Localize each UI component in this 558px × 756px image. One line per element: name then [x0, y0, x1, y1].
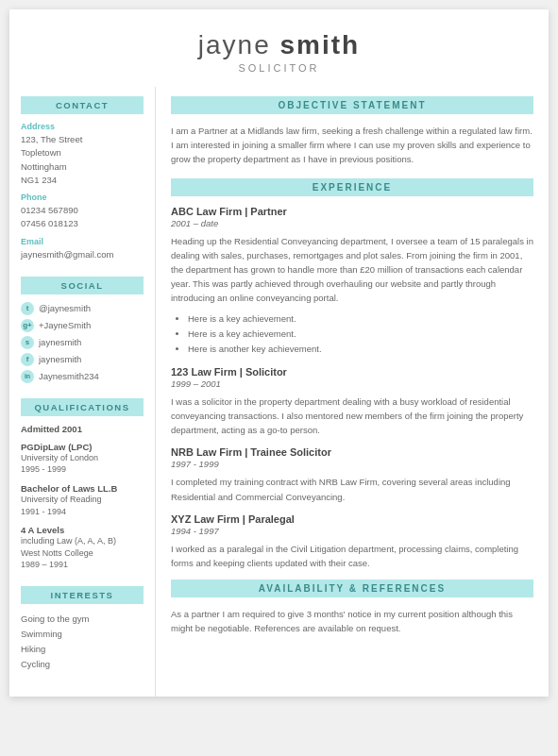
resume: jayne smith SOLICITOR CONTACT Address 12…	[9, 9, 549, 697]
job-abc: ABC Law Firm | Partner 2001 – date Headi…	[171, 206, 533, 357]
resume-header: jayne smith SOLICITOR	[9, 9, 549, 87]
qual-alevels-title: 4 A Levels	[21, 525, 144, 535]
contact-section-title: CONTACT	[21, 96, 144, 114]
twitter-icon: t	[21, 302, 34, 315]
qual-pgdip-title: PGDipLaw (LPC)	[21, 442, 144, 452]
qual-pgdip-sub: University of London1995 - 1999	[21, 452, 144, 476]
google-handle: +JayneSmith	[39, 320, 91, 330]
main-content: CONTACT Address 123, The StreetTopletown…	[9, 87, 549, 697]
address-text: 123, The StreetTopletownNottinghamNG1 23…	[21, 133, 144, 187]
job-123: 123 Law Firm | Solicitor 1999 – 2001 I w…	[171, 366, 533, 438]
candidate-title: SOLICITOR	[28, 62, 530, 74]
job-abc-dates: 2001 – date	[171, 218, 533, 228]
experience-header: EXPERIENCE	[171, 178, 533, 196]
interests-text: Going to the gymSwimmingHikingCycling	[21, 612, 144, 673]
qual-llb: Bachelor of Laws LL.B University of Read…	[21, 483, 144, 517]
job-123-dates: 1999 – 2001	[171, 378, 533, 389]
job-abc-title: ABC Law Firm | Partner	[171, 206, 533, 217]
job-xyz-dates: 1994 - 1997	[171, 526, 533, 536]
phone-label: Phone	[21, 193, 144, 202]
right-content: OBJECTIVE STATEMENT I am a Partner at a …	[156, 87, 549, 697]
job-nrb-desc: I completed my training contract with NR…	[171, 475, 533, 503]
social-linkedin: in Jaynesmith234	[21, 370, 144, 383]
availability-header: AVAILABILITY & REFERENCES	[171, 580, 533, 597]
job-123-title: 123 Law Firm | Solicitor	[171, 366, 533, 378]
interests-section-title: INTERESTS	[21, 586, 144, 604]
achievement-3: Here is another key achievement.	[188, 342, 533, 357]
achievement-1: Here is a key achievement.	[188, 311, 533, 327]
sidebar: CONTACT Address 123, The StreetTopletown…	[9, 87, 156, 697]
qualifications-section-title: QUALIFICATIONS	[21, 398, 144, 416]
job-xyz-title: XYZ Law Firm | Paralegal	[171, 513, 533, 525]
contact-section: CONTACT Address 123, The StreetTopletown…	[21, 96, 144, 261]
qual-llb-title: Bachelor of Laws LL.B	[21, 483, 144, 494]
job-nrb-dates: 1997 - 1999	[171, 459, 533, 469]
job-abc-achievements: Here is a key achievement. Here is a key…	[171, 311, 533, 357]
qual-alevels-sub: including Law (A, A, A, B)West Notts Col…	[21, 535, 144, 571]
skype-icon: s	[21, 336, 34, 349]
email-label: Email	[21, 237, 144, 246]
qual-pgdip: PGDipLaw (LPC) University of London1995 …	[21, 442, 144, 476]
facebook-icon: f	[21, 353, 34, 366]
objective-header: OBJECTIVE STATEMENT	[171, 96, 533, 114]
job-nrb: NRB Law Firm | Trainee Solicitor 1997 - …	[171, 446, 533, 503]
qualifications-section: QUALIFICATIONS Admitted 2001 PGDipLaw (L…	[21, 398, 144, 571]
skype-handle: jaynesmith	[39, 337, 81, 347]
job-xyz: XYZ Law Firm | Paralegal 1994 - 1997 I w…	[171, 513, 533, 570]
social-google: g+ +JayneSmith	[21, 319, 144, 332]
social-facebook: f jaynesmith	[21, 353, 144, 366]
email-text: jaynesmith@gmail.com	[21, 248, 144, 261]
linkedin-handle: Jaynesmith234	[39, 371, 99, 381]
availability-text: As a partner I am required to give 3 mon…	[171, 607, 533, 635]
job-123-desc: I was a solicitor in the property depart…	[171, 395, 533, 438]
address-label: Address	[21, 122, 144, 131]
facebook-handle: jaynesmith	[39, 354, 81, 364]
social-section: SOCIAL t @jaynesmith g+ +JayneSmith s ja…	[21, 277, 144, 383]
google-icon: g+	[21, 319, 34, 332]
job-abc-desc: Heading up the Residential Conveyancing …	[171, 234, 533, 306]
last-name: smith	[280, 30, 361, 59]
linkedin-icon: in	[21, 370, 34, 383]
twitter-handle: @jaynesmith	[39, 303, 91, 313]
job-xyz-desc: I worked as a paralegal in the Civil Lit…	[171, 542, 533, 570]
qual-llb-sub: University of Reading1991 - 1994	[21, 494, 144, 517]
job-nrb-title: NRB Law Firm | Trainee Solicitor	[171, 446, 533, 458]
social-section-title: SOCIAL	[21, 277, 144, 294]
social-skype: s jaynesmith	[21, 336, 144, 349]
qual-admitted: Admitted 2001	[21, 424, 144, 434]
interests-section: INTERESTS Going to the gymSwimmingHiking…	[21, 586, 144, 673]
achievement-2: Here is a key achievement.	[188, 327, 533, 342]
qual-alevels: 4 A Levels including Law (A, A, A, B)Wes…	[21, 525, 144, 571]
social-twitter: t @jaynesmith	[21, 302, 144, 315]
phone-text: 01234 56789007456 018123	[21, 204, 144, 231]
objective-text: I am a Partner at a Midlands law firm, s…	[171, 124, 533, 167]
candidate-name: jayne smith	[28, 30, 530, 60]
first-name: jayne	[198, 30, 280, 59]
qual-admitted-title: Admitted 2001	[21, 424, 144, 434]
